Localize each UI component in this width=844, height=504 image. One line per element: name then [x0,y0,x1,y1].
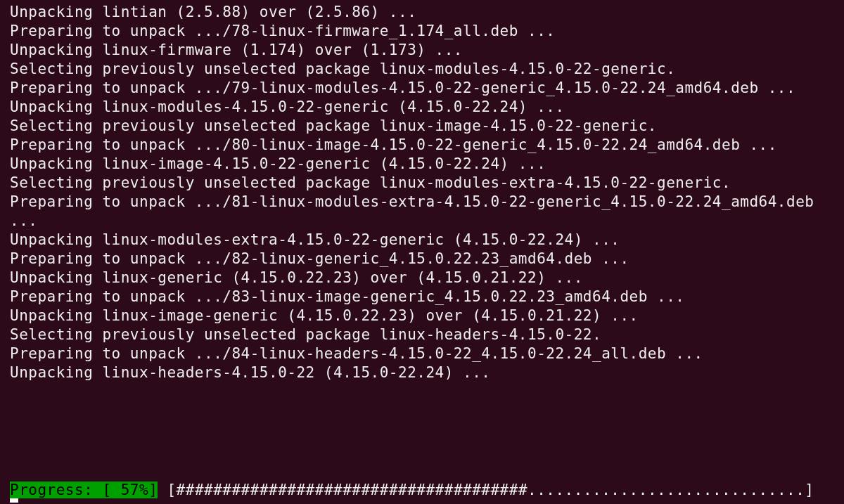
progress-bar: Progress: [ 57%] [######################… [10,481,814,500]
progress-label: Progress: [ 57%] [10,482,158,498]
progress-bar-open: [ [158,482,176,498]
terminal-output: Unpacking lintian (2.5.88) over (2.5.86)… [10,3,837,485]
progress-bar-empty: .............................. [528,482,805,498]
terminal-window[interactable]: Unpacking lintian (2.5.88) over (2.5.86)… [0,0,844,504]
progress-bar-filled: ###################################### [177,482,528,498]
progress-bar-close: ] [805,482,814,498]
